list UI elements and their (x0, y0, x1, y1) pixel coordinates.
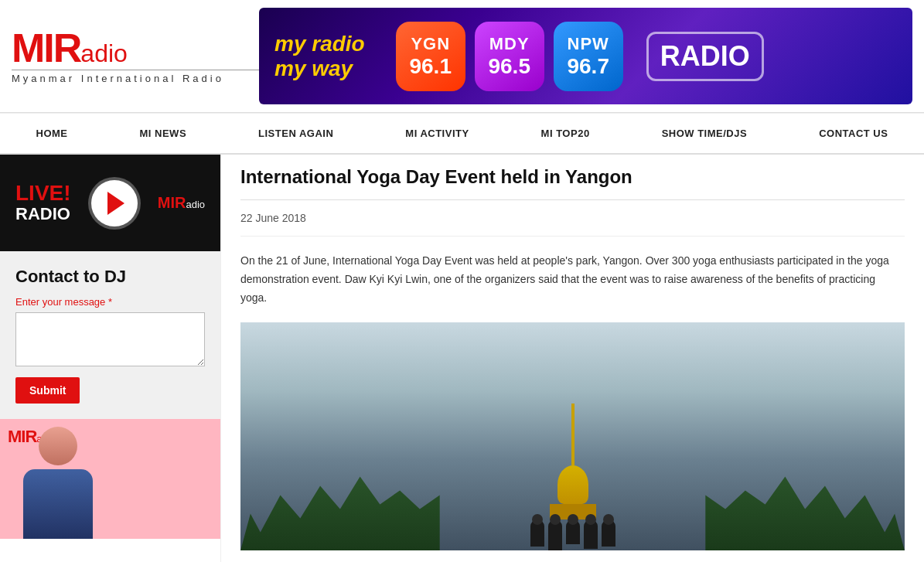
people-silhouettes (530, 519, 615, 550)
nav-link-mi-news[interactable]: MI NEWS (132, 114, 195, 153)
station-badges: YGN 96.1 MDY 96.5 NPW 96.7 (396, 22, 623, 91)
live-radio-box: LIVE! RADIO MIRadio (0, 155, 220, 251)
article-body: On the 21 of June, International Yoga Da… (240, 252, 905, 307)
message-label-text: Enter your message (15, 296, 105, 308)
banner-line1: my radio (274, 32, 365, 56)
person-1 (530, 519, 544, 547)
nav-link-show-time[interactable]: SHOW TIME/DJS (654, 114, 755, 153)
banner-my2: my (274, 56, 305, 80)
radio-label: RADIO (15, 204, 71, 224)
nav-item-mi-activity[interactable]: MI ACTIVITY (397, 114, 476, 153)
logo-subtitle: Myanmar International Radio (12, 70, 259, 84)
logo: MIR adio (12, 28, 259, 68)
nav-item-contact-us[interactable]: CONTACT US (811, 114, 895, 153)
banner-tagline: my radio my way (274, 32, 365, 81)
live-label: LIVE! (15, 182, 71, 204)
pagoda-bell (557, 465, 588, 504)
sidebar-person-figure (8, 427, 108, 539)
banner-radio-text: RADIO (660, 40, 750, 72)
logo-area: MIR adio Myanmar International Radio (12, 28, 259, 84)
banner-my1: my (274, 32, 305, 56)
article-image (240, 322, 905, 550)
person-4 (584, 519, 598, 549)
article-content: International Yoga Day Event held in Yan… (220, 155, 924, 562)
sidebar-mir-logo: MIRadio (158, 194, 205, 212)
logo-mir: MIR (12, 28, 80, 68)
nav-link-mi-top20[interactable]: MI TOP20 (534, 114, 598, 153)
article-title: International Yoga Day Event held in Yan… (240, 166, 905, 200)
nav-link-home[interactable]: HOME (29, 114, 76, 153)
pagoda-figure (550, 404, 596, 519)
sidebar: LIVE! RADIO MIRadio Contact to DJ Enter … (0, 155, 220, 562)
message-textarea[interactable] (15, 312, 205, 366)
person-3 (566, 519, 580, 544)
pagoda-spire (571, 404, 575, 465)
banner-area: my radio my way YGN 96.1 MDY 96.5 NPW 96… (259, 8, 912, 104)
nav-item-mi-top20[interactable]: MI TOP20 (534, 114, 598, 153)
person-5 (602, 519, 615, 547)
station-ygn: YGN 96.1 (396, 22, 465, 91)
play-button[interactable] (91, 180, 138, 226)
station-mdy: MDY 96.5 (475, 22, 544, 91)
main-nav: HOME MI NEWS LISTEN AGAIN MI ACTIVITY MI… (0, 113, 924, 155)
ygn-city: YGN (411, 34, 450, 54)
ygn-freq: 96.1 (409, 54, 452, 79)
header: MIR adio Myanmar International Radio my … (0, 0, 924, 113)
nav-link-contact-us[interactable]: CONTACT US (811, 114, 895, 153)
station-npw: NPW 96.7 (554, 22, 623, 91)
submit-button[interactable]: Submit (15, 377, 80, 404)
nav-link-listen-again[interactable]: LISTEN AGAIN (251, 114, 341, 153)
contact-dj-title: Contact to DJ (15, 267, 205, 287)
nav-item-mi-news[interactable]: MI NEWS (132, 114, 195, 153)
nav-item-listen-again[interactable]: LISTEN AGAIN (251, 114, 341, 153)
person-2 (548, 519, 562, 550)
logo-radio: adio (80, 41, 128, 66)
banner-way: way (312, 56, 353, 80)
mdy-freq: 96.5 (488, 54, 530, 79)
message-label: Enter your message * (15, 296, 205, 308)
banner-radio: radio (312, 32, 364, 56)
npw-city: NPW (568, 34, 609, 54)
banner-radio-logo: RADIO (639, 32, 764, 81)
nav-item-home[interactable]: HOME (29, 114, 76, 153)
npw-freq: 96.7 (567, 54, 609, 79)
contact-dj-box: Contact to DJ Enter your message * Submi… (0, 251, 220, 419)
play-icon (107, 192, 124, 215)
required-marker: * (108, 296, 112, 308)
banner-line2: my way (274, 56, 365, 81)
main-content: LIVE! RADIO MIRadio Contact to DJ Enter … (0, 155, 924, 562)
article-date: 22 June 2018 (240, 212, 905, 237)
live-radio-text: LIVE! RADIO (15, 182, 71, 224)
nav-item-show-time[interactable]: SHOW TIME/DJS (654, 114, 755, 153)
nav-link-mi-activity[interactable]: MI ACTIVITY (397, 114, 476, 153)
mdy-city: MDY (489, 34, 530, 54)
sidebar-image: MIRadio (0, 419, 220, 539)
